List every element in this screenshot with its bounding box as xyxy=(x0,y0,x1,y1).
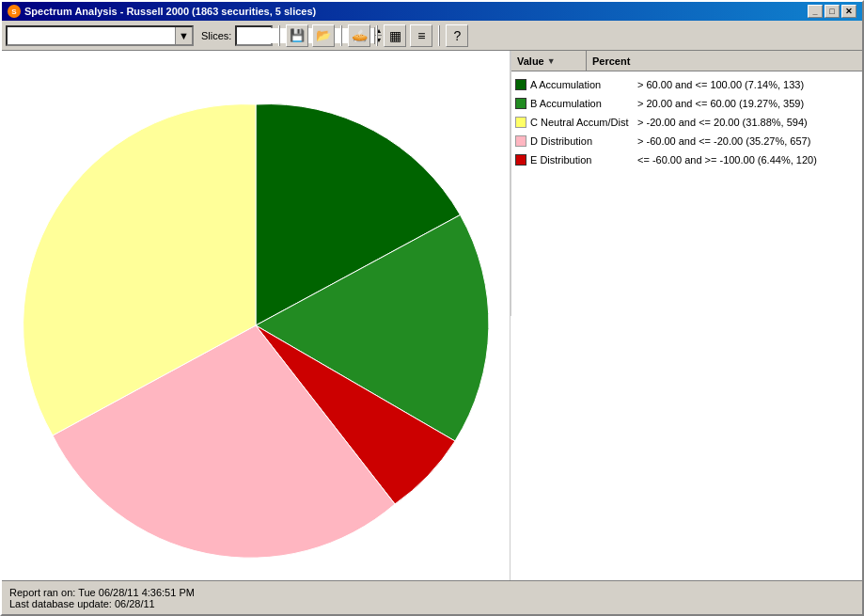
percent-header-text: Percent xyxy=(592,55,630,67)
toolbar: % A/D ▼ Slices: 5 ▲ ▼ 💾 📂 🥧 ▦ ≡ ? xyxy=(2,21,862,51)
minimize-button[interactable]: _ xyxy=(808,5,823,18)
label-a: A Accumulation xyxy=(530,79,634,90)
ad-dropdown[interactable]: % A/D ▼ xyxy=(6,25,194,46)
app-icon: S xyxy=(8,5,21,18)
toolbar-separator-1 xyxy=(278,25,280,46)
main-window: S Spectrum Analysis - Russell 2000 (1863… xyxy=(0,0,864,616)
value-a: > 60.00 and <= 100.00 (7.14%, 133) xyxy=(637,79,804,90)
toolbar-separator-4 xyxy=(438,25,440,46)
cursor-area xyxy=(511,316,862,581)
grid-button[interactable]: ▦ xyxy=(384,24,406,47)
swatch-e xyxy=(515,154,526,166)
slices-input: 5 ▲ ▼ xyxy=(235,25,273,46)
value-d: > -60.00 and <= -20.00 (35.27%, 657) xyxy=(637,135,810,147)
value-c: > -20.00 and <= 20.00 (31.88%, 594) xyxy=(637,117,808,128)
legend-header: Value ▼ Percent xyxy=(511,51,862,71)
status-line-2: Last database update: 06/28/11 xyxy=(9,598,855,609)
pie-chart-button[interactable]: 🥧 xyxy=(348,24,370,47)
legend-row-d: D Distribution > -60.00 and <= -20.00 (3… xyxy=(511,132,862,150)
right-panel: Value ▼ Percent A Accumulation > 60.00 a… xyxy=(510,51,862,580)
slices-label: Slices: xyxy=(201,30,231,41)
help-button[interactable]: ? xyxy=(446,24,468,47)
value-e: <= -60.00 and >= -100.00 (6.44%, 120) xyxy=(637,154,817,166)
title-bar: S Spectrum Analysis - Russell 2000 (1863… xyxy=(2,2,862,21)
legend-row-a: A Accumulation > 60.00 and <= 100.00 (7.… xyxy=(511,75,862,94)
content-area: Value ▼ Percent A Accumulation > 60.00 a… xyxy=(2,51,862,580)
window-title: Spectrum Analysis - Russell 2000 (1863 s… xyxy=(24,6,316,17)
legend-rows: A Accumulation > 60.00 and <= 100.00 (7.… xyxy=(511,71,862,173)
legend-row-e: E Distribution <= -60.00 and >= -100.00 … xyxy=(511,150,862,169)
chart-area xyxy=(2,51,510,580)
legend-col-percent-header: Percent xyxy=(587,51,862,71)
sort-arrow-icon[interactable]: ▼ xyxy=(547,56,556,66)
swatch-a xyxy=(515,79,526,90)
title-bar-left: S Spectrum Analysis - Russell 2000 (1863… xyxy=(8,5,316,18)
swatch-c xyxy=(515,117,526,128)
label-e: E Distribution xyxy=(530,154,634,166)
close-button[interactable]: ✕ xyxy=(841,5,856,18)
swatch-d xyxy=(515,135,526,147)
dropdown-arrow-icon[interactable]: ▼ xyxy=(175,27,192,44)
report-button[interactable]: ≡ xyxy=(410,24,432,47)
label-b: B Accumulation xyxy=(530,98,634,109)
pie-chart-svg xyxy=(2,51,510,580)
legend-row-c: C Neutral Accum/Dist > -20.00 and <= 20.… xyxy=(511,113,862,132)
toolbar-separator-3 xyxy=(376,25,378,46)
status-line-1: Report ran on: Tue 06/28/11 4:36:51 PM xyxy=(9,587,855,598)
label-c: C Neutral Accum/Dist xyxy=(530,117,634,128)
toolbar-separator-2 xyxy=(340,25,342,46)
status-bar: Report ran on: Tue 06/28/11 4:36:51 PM L… xyxy=(2,580,862,614)
save-button[interactable]: 💾 xyxy=(286,24,308,47)
legend-row-b: B Accumulation > 20.00 and <= 60.00 (19.… xyxy=(511,94,862,113)
legend-area: Value ▼ Percent A Accumulation > 60.00 a… xyxy=(511,51,862,316)
label-d: D Distribution xyxy=(530,135,634,147)
legend-col-value-header: Value ▼ xyxy=(511,51,587,71)
value-b: > 20.00 and <= 60.00 (19.27%, 359) xyxy=(637,98,804,109)
title-buttons: _ □ ✕ xyxy=(808,5,856,18)
ad-input[interactable]: % A/D xyxy=(8,28,175,43)
swatch-b xyxy=(515,98,526,109)
value-header-text: Value xyxy=(517,55,544,67)
open-button[interactable]: 📂 xyxy=(312,24,335,47)
maximize-button[interactable]: □ xyxy=(825,5,840,18)
